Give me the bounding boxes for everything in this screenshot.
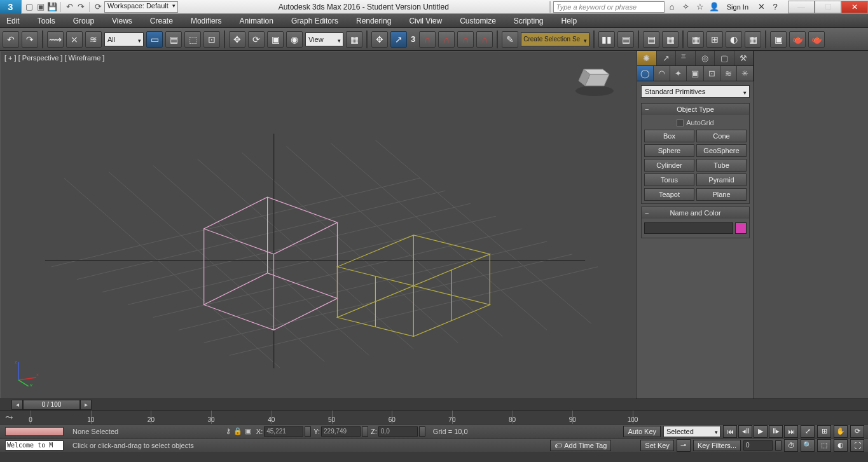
object-teapot-button[interactable]: Teapot xyxy=(644,188,694,201)
edit-named-selection-button[interactable]: ✎ xyxy=(502,31,518,48)
align-button[interactable]: ▤ xyxy=(617,31,634,48)
percent-snap-button[interactable]: ∩ xyxy=(457,31,474,48)
menu-group[interactable]: Group xyxy=(73,17,94,25)
max-viewport-button[interactable]: ⛶ xyxy=(850,439,864,452)
prev-frame-button[interactable]: ◂ xyxy=(11,400,23,410)
key-icon-button[interactable]: ⊸ xyxy=(677,439,691,452)
bind-spacewarp-button[interactable]: ≋ xyxy=(85,31,102,48)
orbit-button[interactable]: ⟳ xyxy=(850,425,864,438)
autogrid-checkbox[interactable]: AutoGrid xyxy=(644,118,747,130)
tab-hierarchy[interactable]: ㆔ xyxy=(676,51,696,65)
isolate-icon[interactable]: ▣ xyxy=(245,427,251,435)
goto-end-button[interactable]: ⏭ xyxy=(784,425,798,438)
menu-views[interactable]: Views xyxy=(112,17,132,25)
axis-gizmo[interactable]: x y z xyxy=(12,358,40,386)
subtab-helpers[interactable]: ⊡ xyxy=(704,66,720,81)
subtab-shapes[interactable]: ◠ xyxy=(654,66,670,81)
undo-button[interactable]: ↶ xyxy=(3,31,19,48)
move-button[interactable]: ✥ xyxy=(229,31,245,48)
window-crossing-button[interactable]: ⊡ xyxy=(203,31,220,48)
menu-graph-editors[interactable]: Graph Editors xyxy=(291,17,338,25)
render-prod-button[interactable]: 🫖 xyxy=(789,31,806,48)
tab-display[interactable]: ▢ xyxy=(715,51,734,65)
play-button[interactable]: ▶ xyxy=(754,425,768,438)
rollout-header-object-type[interactable]: −Object Type xyxy=(642,104,749,115)
zoom-extents-button[interactable]: ⤢ xyxy=(801,425,815,438)
schematic-view-button[interactable]: ⊞ xyxy=(706,31,723,48)
render-setup-button[interactable]: ▦ xyxy=(745,31,761,48)
tab-utilities[interactable]: ⚒ xyxy=(734,51,754,65)
pan-button[interactable]: ✋ xyxy=(834,425,848,438)
rollout-header-name-color[interactable]: −Name and Color xyxy=(642,207,749,219)
object-color-swatch[interactable] xyxy=(735,222,747,234)
category-dropdown[interactable]: Standard Primitives xyxy=(641,85,750,98)
close-button[interactable]: ✕ xyxy=(841,1,868,13)
render-iter-button[interactable]: 🫖 xyxy=(808,31,825,48)
subtab-lights[interactable]: ✦ xyxy=(670,66,687,81)
named-selection-dropdown[interactable]: Create Selection Se xyxy=(521,32,589,46)
save-icon[interactable]: 💾 xyxy=(47,2,57,12)
menu-civil-view[interactable]: Civil View xyxy=(409,17,442,25)
layers-button[interactable]: ▤ xyxy=(643,31,659,48)
autokey-button[interactable]: Auto Key xyxy=(623,426,661,437)
reference-coord-dropdown[interactable]: View xyxy=(305,32,343,46)
new-icon[interactable]: ▢ xyxy=(24,2,34,12)
snap-toggle-button[interactable]: ∩ xyxy=(419,31,436,48)
manipulate-button[interactable]: ✥ xyxy=(371,31,388,48)
angle-snap-button[interactable]: ∩ xyxy=(438,31,455,48)
frame-spinner[interactable] xyxy=(775,440,782,451)
next-key-button[interactable]: Ⅱ▸ xyxy=(769,425,783,438)
menu-scripting[interactable]: Scripting xyxy=(514,17,544,25)
scale-button[interactable]: ▣ xyxy=(267,31,284,48)
subtab-systems[interactable]: ✳ xyxy=(737,66,754,81)
object-plane-button[interactable]: Plane xyxy=(696,188,747,201)
object-cylinder-button[interactable]: Cylinder xyxy=(644,159,694,172)
object-cone-button[interactable]: Cone xyxy=(696,130,747,142)
redo-icon[interactable]: ↷ xyxy=(76,2,86,12)
object-geosphere-button[interactable]: GeoSphere xyxy=(696,144,747,157)
coord-z-field[interactable]: 0,0 xyxy=(378,426,418,437)
lock-selection-icon[interactable]: 🔒 xyxy=(233,427,242,435)
spinner-snap-button[interactable]: ∩ xyxy=(476,31,493,48)
current-frame-display[interactable]: 0 / 100 xyxy=(23,400,80,410)
subtab-geometry[interactable]: ◯ xyxy=(637,66,654,81)
use-pivot-center-button[interactable]: ▦ xyxy=(346,31,362,48)
rotate-button[interactable]: ⟳ xyxy=(248,31,265,48)
key-range-bar[interactable] xyxy=(5,427,64,436)
ref-coord-button[interactable]: ◉ xyxy=(286,31,303,48)
zoom-all-button[interactable]: ⊞ xyxy=(817,425,831,438)
star2-icon[interactable]: ☆ xyxy=(695,2,705,12)
add-time-tag-button[interactable]: 🏷Add Time Tag xyxy=(550,440,611,451)
material-editor-button[interactable]: ◐ xyxy=(726,31,742,48)
layer-explorer-button[interactable]: ▦ xyxy=(662,31,679,48)
exchange-icon[interactable]: ⌂ xyxy=(667,2,677,12)
x-icon[interactable]: ✕ xyxy=(756,2,766,12)
select-object-button[interactable]: ▭ xyxy=(146,31,163,48)
menu-help[interactable]: Help xyxy=(561,17,577,25)
object-box-button[interactable]: Box xyxy=(644,130,694,142)
select-by-name-button[interactable]: ▤ xyxy=(165,31,182,48)
zoom-button[interactable]: 🔍 xyxy=(801,439,815,452)
coord-y-field[interactable]: 229,749 xyxy=(321,426,361,437)
menu-rendering[interactable]: Rendering xyxy=(356,17,391,25)
coord-z-spinner[interactable] xyxy=(419,426,425,437)
prev-key-button[interactable]: ◂Ⅱ xyxy=(738,425,752,438)
fov-button[interactable]: ◐ xyxy=(834,439,848,452)
object-tube-button[interactable]: Tube xyxy=(696,159,747,172)
signin-link[interactable]: Sign In xyxy=(723,3,752,11)
open-icon[interactable]: ▣ xyxy=(36,2,46,12)
zoom-region-button[interactable]: ⬚ xyxy=(817,439,831,452)
keymode-dropdown[interactable]: Selected xyxy=(663,426,720,437)
undo-icon[interactable]: ↶ xyxy=(64,2,74,12)
coord-x-field[interactable]: 45,221 xyxy=(264,426,303,437)
curve-editor-button[interactable]: ▦ xyxy=(687,31,704,48)
help-icon[interactable]: ? xyxy=(770,2,780,12)
coord-y-spinner[interactable] xyxy=(362,426,368,437)
tab-motion[interactable]: ◎ xyxy=(696,51,715,65)
tab-modify[interactable]: ↗ xyxy=(657,51,677,65)
time-config-button[interactable]: ⏱ xyxy=(784,439,798,452)
subtab-cameras[interactable]: ▣ xyxy=(687,66,703,81)
menu-create[interactable]: Create xyxy=(150,17,173,25)
tab-create[interactable]: ✺ xyxy=(637,51,657,65)
menu-tools[interactable]: Tools xyxy=(38,17,55,25)
